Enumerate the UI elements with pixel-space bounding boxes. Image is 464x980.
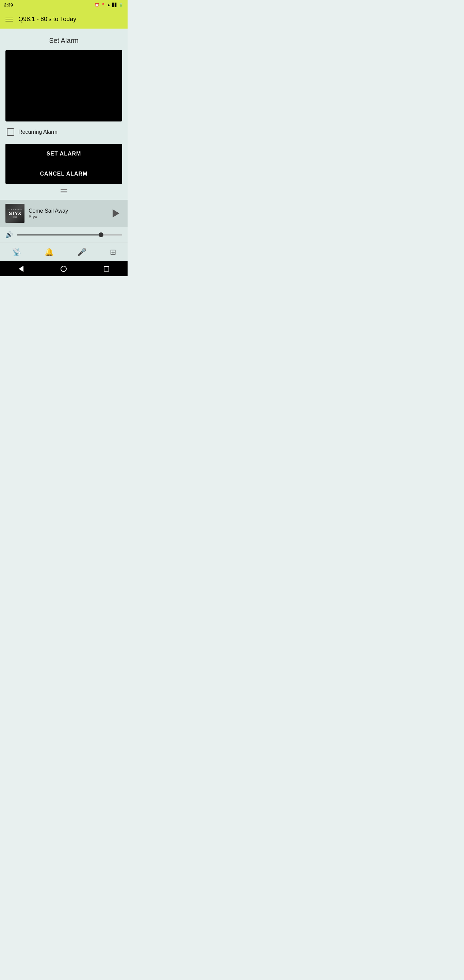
clock-picker[interactable] xyxy=(5,50,122,121)
recurring-alarm-checkbox[interactable] xyxy=(7,128,14,136)
volume-track[interactable] xyxy=(17,234,122,235)
battery-icon: 🔋 xyxy=(119,3,124,7)
recurring-alarm-label: Recurring Alarm xyxy=(18,129,57,135)
system-nav-bar xyxy=(0,261,127,276)
bottom-nav: 📡 🔔 🎤 ⊞ xyxy=(0,243,127,261)
set-alarm-button[interactable]: SET ALARM xyxy=(5,144,122,164)
status-icons: ⏰ 📍 ▲ ▋▋ 🔋 xyxy=(95,3,124,7)
app-title: Q98.1 - 80's to Today xyxy=(18,16,76,23)
mic-icon: 🎤 xyxy=(77,248,86,256)
page-title: Set Alarm xyxy=(49,37,79,45)
album-art: STYX GOLD STYX GOLD xyxy=(5,204,24,223)
home-button[interactable] xyxy=(60,266,67,272)
track-name: Come Sail Away xyxy=(29,208,105,214)
track-artist: Styx xyxy=(29,214,105,219)
signal-icon: ▋▋ xyxy=(112,3,118,7)
home-icon xyxy=(60,266,67,272)
play-icon xyxy=(113,209,119,218)
volume-fill xyxy=(17,234,101,235)
recurring-alarm-row: Recurring Alarm xyxy=(5,128,122,136)
location-icon: 📍 xyxy=(101,3,105,7)
status-time: 2:39 xyxy=(4,2,13,8)
play-button[interactable] xyxy=(108,207,122,220)
grid-icon: ⊞ xyxy=(110,248,116,256)
volume-icon: 🔊 xyxy=(5,231,13,239)
recents-button[interactable] xyxy=(104,266,109,272)
volume-thumb xyxy=(99,232,103,237)
volume-bar: 🔊 xyxy=(0,227,127,243)
nav-item-grid[interactable]: ⊞ xyxy=(106,247,120,258)
back-button[interactable] xyxy=(19,266,24,272)
nav-item-mic[interactable]: 🎤 xyxy=(73,247,91,258)
back-icon xyxy=(19,266,24,272)
radio-icon: 📡 xyxy=(12,248,21,256)
main-content: Set Alarm Recurring Alarm SET ALARM CANC… xyxy=(0,29,127,200)
alarm-nav-icon: 🔔 xyxy=(44,248,54,256)
player-bar: STYX GOLD STYX GOLD Come Sail Away Styx xyxy=(0,200,127,227)
nav-item-radio[interactable]: 📡 xyxy=(8,247,25,258)
recents-icon xyxy=(104,266,109,272)
menu-dots xyxy=(60,189,67,193)
app-bar: Q98.1 - 80's to Today xyxy=(0,10,127,29)
track-info: Come Sail Away Styx xyxy=(29,208,105,219)
status-bar: 2:39 ⏰ 📍 ▲ ▋▋ 🔋 xyxy=(0,0,127,10)
nav-item-alarm[interactable]: 🔔 xyxy=(40,247,58,258)
wifi-icon: ▲ xyxy=(107,3,111,7)
alarm-status-icon: ⏰ xyxy=(95,3,99,7)
cancel-alarm-button[interactable]: CANCEL ALARM xyxy=(5,164,122,184)
menu-button[interactable] xyxy=(5,17,13,21)
